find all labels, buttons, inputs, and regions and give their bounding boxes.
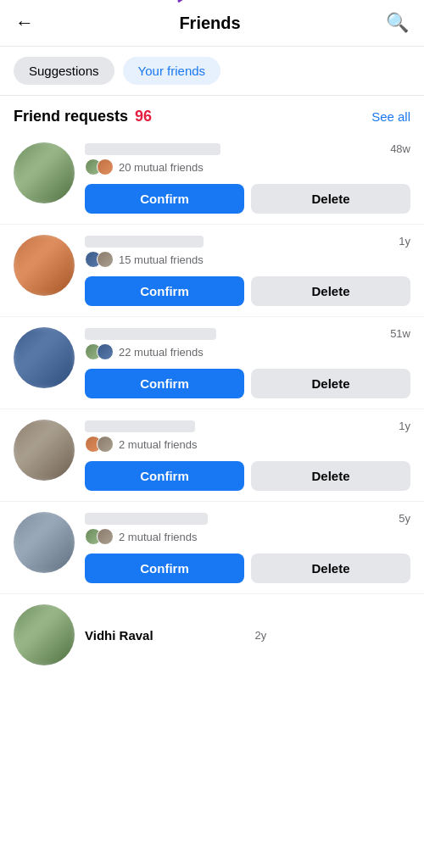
request-name-blur [85, 513, 208, 525]
action-buttons: Confirm Delete [85, 276, 410, 306]
mutual-count: 20 mutual friends [119, 161, 204, 174]
mutual-avatars [85, 528, 114, 545]
request-item: 51w 22 mutual friends Confirm Delete [0, 317, 424, 409]
tab-suggestions[interactable]: Suggestions [14, 57, 114, 85]
avatar [14, 604, 75, 665]
request-info: 48w 20 mutual friends Confirm Delete [85, 142, 410, 214]
confirm-button[interactable]: Confirm [85, 184, 244, 214]
tab-your-friends[interactable]: Your friends [123, 57, 221, 85]
request-name-row: 48w [85, 142, 410, 155]
mutual-count: 22 mutual friends [119, 346, 204, 359]
avatar [14, 235, 75, 296]
header: ← Friends 🔍 [0, 0, 424, 47]
section-header: Friend requests 96 See all [0, 96, 424, 132]
avatar [14, 512, 75, 573]
page-title: Friends [179, 14, 240, 33]
request-list: 48w 20 mutual friends Confirm Delete 1y [0, 132, 424, 594]
request-info: 5y 2 mutual friends Confirm Delete [85, 512, 410, 583]
section-title: Friend requests 96 [14, 108, 152, 125]
action-buttons: Confirm Delete [85, 461, 410, 491]
see-all-link[interactable]: See all [371, 109, 410, 124]
last-request-item: Vidhi Raval 2y [0, 594, 424, 670]
mutual-avatars [85, 251, 114, 268]
mutual-count: 15 mutual friends [119, 253, 204, 266]
mutual-avatar [97, 436, 114, 453]
request-name-blur [85, 143, 220, 155]
last-item-time: 2y [255, 629, 267, 642]
mutual-avatar [97, 343, 114, 360]
confirm-button[interactable]: Confirm [85, 276, 244, 306]
delete-button[interactable]: Delete [251, 184, 410, 214]
request-time: 1y [399, 420, 410, 432]
confirm-button[interactable]: Confirm [85, 461, 244, 491]
request-item: 1y 2 mutual friends Confirm Delete [0, 409, 424, 502]
mutual-friends: 15 mutual friends [85, 251, 410, 268]
delete-button[interactable]: Delete [251, 554, 410, 583]
last-item-info: Vidhi Raval 2y [85, 628, 266, 643]
request-count: 96 [135, 108, 152, 125]
mutual-count: 2 mutual friends [119, 438, 198, 451]
mutual-friends: 2 mutual friends [85, 528, 410, 545]
mutual-avatars [85, 159, 114, 175]
request-time: 5y [399, 512, 410, 525]
request-time: 51w [390, 327, 410, 340]
mutual-friends: 20 mutual friends [85, 159, 410, 175]
mutual-avatar [97, 159, 114, 175]
request-time: 1y [399, 235, 410, 248]
request-info: 1y 15 mutual friends Confirm Delete [85, 235, 410, 306]
confirm-button[interactable]: Confirm [85, 554, 244, 583]
avatar [14, 420, 75, 481]
request-item: 1y 15 mutual friends Confirm Delete [0, 225, 424, 317]
request-time: 48w [390, 142, 410, 155]
mutual-avatar [97, 528, 114, 545]
mutual-friends: 22 mutual friends [85, 343, 410, 360]
action-buttons: Confirm Delete [85, 184, 410, 214]
last-item-name: Vidhi Raval [85, 628, 153, 643]
request-item: 5y 2 mutual friends Confirm Delete [0, 502, 424, 594]
mutual-avatar [97, 251, 114, 268]
mutual-count: 2 mutual friends [119, 531, 198, 543]
request-name-row: 51w [85, 327, 410, 340]
request-name-row: 5y [85, 512, 410, 525]
request-name-blur [85, 420, 195, 432]
request-item: 48w 20 mutual friends Confirm Delete [0, 132, 424, 225]
mutual-avatars [85, 343, 114, 360]
search-icon[interactable]: 🔍 [386, 12, 409, 34]
request-name-blur [85, 236, 204, 248]
request-name-row: 1y [85, 235, 410, 248]
delete-button[interactable]: Delete [251, 276, 410, 306]
confirm-button[interactable]: Confirm [85, 369, 244, 398]
request-info: 51w 22 mutual friends Confirm Delete [85, 327, 410, 398]
mutual-avatars [85, 436, 114, 453]
request-name-blur [85, 328, 216, 340]
tabs-container: Suggestions Your friends [0, 47, 424, 96]
mutual-friends: 2 mutual friends [85, 436, 410, 453]
delete-button[interactable]: Delete [251, 369, 410, 398]
action-buttons: Confirm Delete [85, 554, 410, 583]
section-title-text: Friend requests [14, 108, 128, 125]
request-name-row: 1y [85, 420, 410, 432]
avatar [14, 142, 75, 203]
avatar [14, 327, 75, 388]
action-buttons: Confirm Delete [85, 369, 410, 398]
delete-button[interactable]: Delete [251, 461, 410, 491]
request-info: 1y 2 mutual friends Confirm Delete [85, 420, 410, 491]
back-button[interactable]: ← [15, 12, 34, 34]
